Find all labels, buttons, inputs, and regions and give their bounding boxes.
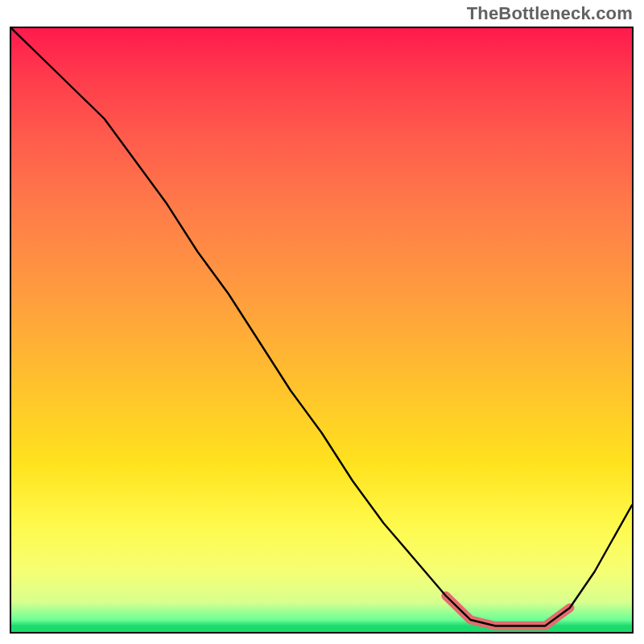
plot-area [10, 27, 634, 634]
curve-layer [11, 28, 632, 632]
bottleneck-curve-line [11, 28, 632, 626]
watermark-text: TheBottleneck.com [467, 3, 633, 24]
chart-container: TheBottleneck.com [0, 0, 644, 644]
